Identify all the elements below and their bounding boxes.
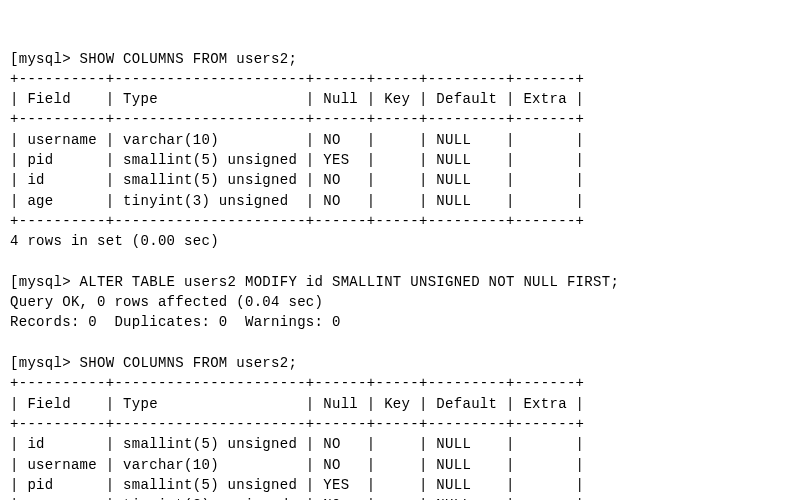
terminal-output: [mysql> SHOW COLUMNS FROM users2; +-----… bbox=[10, 49, 796, 500]
